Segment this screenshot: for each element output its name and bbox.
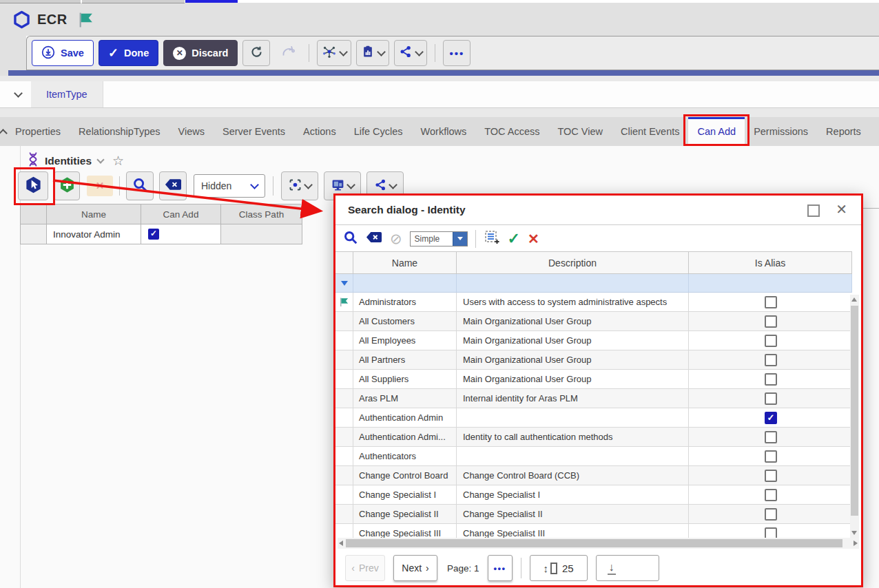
- multi-select-icon[interactable]: [484, 229, 500, 249]
- is-alias-cell[interactable]: [689, 447, 852, 466]
- row-selector-cell[interactable]: [335, 524, 353, 538]
- is-alias-checkbox[interactable]: [765, 335, 777, 347]
- table-row[interactable]: All CustomersMain Organizational User Gr…: [335, 312, 852, 331]
- maximize-icon[interactable]: [807, 204, 820, 217]
- run-search-icon[interactable]: [343, 230, 358, 248]
- tab-relationshiptypes[interactable]: RelationshipTypes: [70, 117, 169, 146]
- search-mode-select[interactable]: Simple: [410, 231, 468, 246]
- tab-permissions[interactable]: Permissions: [745, 117, 817, 146]
- description-cell[interactable]: [457, 408, 689, 428]
- scroll-down-icon[interactable]: [851, 531, 857, 535]
- close-icon[interactable]: ✕: [836, 201, 847, 218]
- dialog-titlebar[interactable]: Search dialog - Identity ✕: [335, 196, 861, 225]
- can-add-checkbox[interactable]: [148, 229, 159, 240]
- is-alias-cell[interactable]: [689, 312, 852, 331]
- tab-actions[interactable]: Actions: [294, 117, 345, 146]
- table-row[interactable]: All PartnersMain Organizational User Gro…: [335, 350, 852, 370]
- name-cell[interactable]: All Employees: [353, 331, 457, 350]
- description-cell[interactable]: [457, 447, 689, 466]
- description-cell[interactable]: Change Specialist II: [457, 505, 689, 524]
- graph-view-button[interactable]: [317, 40, 351, 66]
- row-selector-cell[interactable]: [335, 312, 353, 331]
- name-cell[interactable]: Change Specialist I: [353, 485, 457, 505]
- description-cell[interactable]: Main Organizational User Group: [457, 370, 689, 389]
- description-cell[interactable]: Change Specialist III: [457, 524, 689, 538]
- is-alias-cell[interactable]: [689, 408, 852, 428]
- save-button[interactable]: Save: [32, 40, 94, 66]
- search-rows-button[interactable]: [126, 171, 154, 200]
- column-header-is-alias[interactable]: Is Alias: [689, 251, 852, 274]
- is-alias-cell[interactable]: [689, 485, 852, 505]
- filter-description-cell[interactable]: [457, 274, 689, 293]
- vertical-scrollbar-thumb[interactable]: [851, 306, 858, 516]
- name-cell[interactable]: Change Specialist II: [353, 505, 457, 524]
- is-alias-cell[interactable]: [689, 389, 852, 408]
- column-header-name[interactable]: Name: [353, 251, 457, 274]
- tab-server-events[interactable]: Server Events: [214, 117, 294, 146]
- share-button[interactable]: [394, 40, 427, 66]
- row-selector-cell[interactable]: [335, 370, 353, 389]
- table-row[interactable]: Authentication Admin: [335, 408, 852, 428]
- reports-button[interactable]: [356, 40, 389, 66]
- redo-button[interactable]: [275, 40, 301, 66]
- vertical-scrollbar[interactable]: [850, 295, 859, 538]
- is-alias-checkbox[interactable]: [765, 392, 777, 405]
- is-alias-cell[interactable]: [689, 428, 852, 447]
- table-row[interactable]: Authenticators: [335, 447, 852, 466]
- refresh-button[interactable]: [242, 40, 270, 66]
- clear-search-button[interactable]: [159, 171, 187, 200]
- is-alias-checkbox[interactable]: [765, 470, 777, 482]
- is-alias-checkbox[interactable]: [765, 296, 777, 308]
- name-cell[interactable]: Change Specialist III: [353, 524, 457, 538]
- column-header-class-path[interactable]: Class Path: [221, 204, 302, 224]
- pick-related-item-button[interactable]: [18, 171, 48, 200]
- row-selector-header[interactable]: [335, 251, 353, 274]
- is-alias-cell[interactable]: [689, 505, 852, 524]
- name-cell[interactable]: Authentication Admi...: [353, 428, 457, 447]
- is-alias-checkbox[interactable]: [765, 527, 777, 538]
- description-cell[interactable]: Main Organizational User Group: [457, 331, 689, 350]
- can-add-cell[interactable]: [141, 224, 221, 244]
- name-cell[interactable]: All Customers: [353, 312, 457, 331]
- tab-poly[interactable]: Poly: [870, 117, 879, 146]
- is-alias-cell[interactable]: [689, 524, 852, 538]
- table-row[interactable]: All SuppliersMain Organizational User Gr…: [335, 370, 852, 389]
- tab-can-add[interactable]: Can Add: [688, 117, 745, 146]
- row-selector-header[interactable]: [21, 204, 47, 224]
- name-cell[interactable]: All Partners: [353, 350, 457, 370]
- description-cell[interactable]: Identity to call authentication methods: [457, 428, 689, 447]
- tab-properties[interactable]: Properties: [6, 117, 70, 146]
- column-header-description[interactable]: Description: [457, 251, 689, 274]
- description-cell[interactable]: Change Specialist I: [457, 485, 689, 505]
- is-alias-checkbox[interactable]: [765, 315, 777, 328]
- confirm-icon[interactable]: ✓: [508, 231, 520, 246]
- row-selector-cell[interactable]: [21, 224, 47, 244]
- chevron-down-icon[interactable]: [14, 89, 23, 98]
- name-cell[interactable]: Administrators: [353, 293, 457, 312]
- row-selector-cell[interactable]: [335, 447, 353, 466]
- more-button[interactable]: •••: [443, 40, 470, 66]
- flag-icon[interactable]: [335, 293, 353, 312]
- row-selector-cell[interactable]: [335, 428, 353, 447]
- description-cell[interactable]: Users with access to system administrati…: [457, 293, 689, 312]
- table-row[interactable]: Change Specialist IChange Specialist I: [335, 485, 852, 505]
- tab-workflows[interactable]: Workflows: [412, 117, 476, 146]
- export-button[interactable]: ↓: [596, 555, 659, 581]
- description-cell[interactable]: Change Control Board (CCB): [457, 466, 689, 485]
- filter-is-alias-cell[interactable]: [689, 274, 852, 293]
- name-cell[interactable]: Aras PLM: [353, 389, 457, 408]
- row-selector-cell[interactable]: [335, 389, 353, 408]
- is-alias-checkbox[interactable]: [765, 412, 777, 424]
- tab-toc-view[interactable]: TOC View: [549, 117, 612, 146]
- page-size-control[interactable]: ↕ 25: [530, 555, 588, 581]
- done-button[interactable]: ✓ Done: [99, 40, 158, 66]
- name-cell[interactable]: Innovator Admin: [47, 224, 141, 244]
- column-header-name[interactable]: Name: [47, 204, 141, 224]
- browser-tab-1[interactable]: [0, 0, 81, 3]
- is-alias-cell[interactable]: [689, 350, 852, 370]
- combo-dropdown-button[interactable]: [453, 232, 467, 246]
- tab-client-events[interactable]: Client Events: [612, 117, 688, 146]
- is-alias-cell[interactable]: [689, 331, 852, 350]
- horizontal-scrollbar-thumb[interactable]: [346, 539, 842, 547]
- is-alias-checkbox[interactable]: [765, 489, 777, 501]
